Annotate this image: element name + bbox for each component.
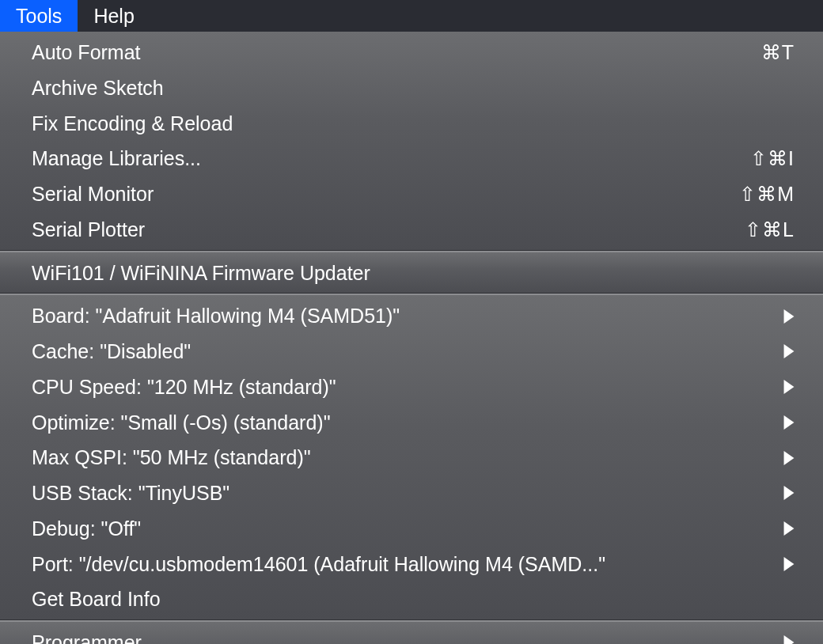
menu-item-serial-plotter[interactable]: Serial Plotter ⇧⌘L <box>0 212 823 248</box>
menu-item-label: Debug: "Off" <box>32 513 141 544</box>
menubar-item-help[interactable]: Help <box>78 0 150 32</box>
menu-item-archive-sketch[interactable]: Archive Sketch <box>0 70 823 106</box>
menu-item-label: Programmer <box>32 627 142 644</box>
menu-section: WiFi101 / WiFiNINA Firmware Updater <box>0 251 823 294</box>
menu-item-label: Fix Encoding & Reload <box>32 108 233 139</box>
menu-item-label: Optimize: "Small (-Os) (standard)" <box>32 407 331 438</box>
menu-item-label: WiFi101 / WiFiNINA Firmware Updater <box>32 258 370 289</box>
menu-item-label: Cache: "Disabled" <box>32 336 191 367</box>
submenu-arrow-icon <box>783 415 795 430</box>
menu-item-optimize[interactable]: Optimize: "Small (-Os) (standard)" <box>0 405 823 441</box>
menu-item-label: Get Board Info <box>32 584 161 615</box>
menu-item-port[interactable]: Port: "/dev/cu.usbmodem14601 (Adafruit H… <box>0 547 823 582</box>
menu-item-max-qspi[interactable]: Max QSPI: "50 MHz (standard)" <box>0 440 823 475</box>
menu-section: Board: "Adafruit Hallowing M4 (SAMD51)" … <box>0 294 823 620</box>
menu-item-label: USB Stack: "TinyUSB" <box>32 478 229 509</box>
menu-item-fix-encoding[interactable]: Fix Encoding & Reload <box>0 106 823 142</box>
menu-item-shortcut: ⇧⌘I <box>750 143 795 174</box>
menu-item-auto-format[interactable]: Auto Format ⌘T <box>0 35 823 70</box>
menu-item-label: Archive Sketch <box>32 73 164 104</box>
menu-item-board[interactable]: Board: "Adafruit Hallowing M4 (SAMD51)" <box>0 298 823 334</box>
menu-item-label: CPU Speed: "120 MHz (standard)" <box>32 372 336 403</box>
submenu-arrow-icon <box>783 486 795 500</box>
menu-item-cpu-speed[interactable]: CPU Speed: "120 MHz (standard)" <box>0 369 823 405</box>
menu-item-serial-monitor[interactable]: Serial Monitor ⇧⌘M <box>0 176 823 212</box>
submenu-arrow-icon <box>783 635 795 644</box>
menu-item-get-board-info[interactable]: Get Board Info <box>0 581 823 617</box>
menu-item-label: Serial Plotter <box>32 214 145 245</box>
submenu-arrow-icon <box>783 557 795 571</box>
submenu-arrow-icon <box>783 309 795 324</box>
menu-item-label: Manage Libraries... <box>32 143 201 174</box>
submenu-arrow-icon <box>783 521 795 536</box>
menubar-item-tools[interactable]: Tools <box>0 0 78 32</box>
menubar: Tools Help <box>0 0 823 32</box>
menu-section: Programmer Burn Bootloader <box>0 620 823 644</box>
menu-item-label: Board: "Adafruit Hallowing M4 (SAMD51)" <box>32 301 400 331</box>
submenu-arrow-icon <box>783 344 795 358</box>
menu-item-label: Max QSPI: "50 MHz (standard)" <box>32 442 311 473</box>
menu-item-debug[interactable]: Debug: "Off" <box>0 511 823 547</box>
menu-item-shortcut: ⌘T <box>761 37 795 68</box>
menu-item-firmware-updater[interactable]: WiFi101 / WiFiNINA Firmware Updater <box>0 256 823 291</box>
menu-item-cache[interactable]: Cache: "Disabled" <box>0 334 823 369</box>
menu-item-label: Auto Format <box>32 37 141 68</box>
tools-dropdown: Auto Format ⌘T Archive Sketch Fix Encodi… <box>0 32 823 644</box>
menu-item-shortcut: ⇧⌘M <box>739 179 795 210</box>
menu-item-usb-stack[interactable]: USB Stack: "TinyUSB" <box>0 475 823 511</box>
menu-item-label: Port: "/dev/cu.usbmodem14601 (Adafruit H… <box>32 549 605 580</box>
submenu-arrow-icon <box>783 451 795 465</box>
menu-item-programmer[interactable]: Programmer <box>0 625 823 644</box>
menu-item-label: Serial Monitor <box>32 179 154 210</box>
menu-item-manage-libraries[interactable]: Manage Libraries... ⇧⌘I <box>0 141 823 176</box>
submenu-arrow-icon <box>783 380 795 394</box>
menu-section: Auto Format ⌘T Archive Sketch Fix Encodi… <box>0 32 823 251</box>
menu-item-shortcut: ⇧⌘L <box>745 214 795 245</box>
